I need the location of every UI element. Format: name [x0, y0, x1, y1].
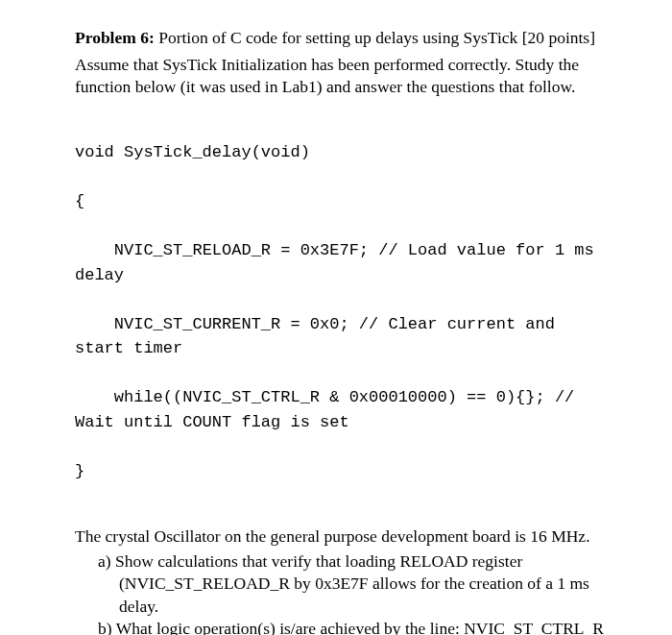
subquestion-b: b) What logic operation(s) is/are achiev…	[96, 618, 605, 635]
code-line: while((NVIC_ST_CTRL_R & 0x00010000) == 0…	[75, 385, 605, 434]
question-setup: The crystal Oscillator on the general pu…	[75, 525, 605, 549]
code-line: {	[75, 189, 605, 214]
code-line: NVIC_ST_RELOAD_R = 0x3E7F; // Load value…	[75, 238, 605, 287]
code-block: void SysTick_delay(void) { NVIC_ST_RELOA…	[75, 116, 605, 508]
code-line: NVIC_ST_CURRENT_R = 0x0; // Clear curren…	[75, 312, 605, 361]
subquestion-a: a) Show calculations that verify that lo…	[96, 550, 605, 619]
code-line: void SysTick_delay(void)	[75, 140, 605, 165]
code-line: }	[75, 459, 605, 484]
intro-text: Assume that SysTick Initialization has b…	[75, 54, 605, 99]
problem-title: Portion of C code for setting up delays …	[155, 28, 595, 47]
problem-label: Problem 6:	[75, 28, 155, 47]
problem-header: Problem 6: Portion of C code for setting…	[75, 27, 605, 50]
